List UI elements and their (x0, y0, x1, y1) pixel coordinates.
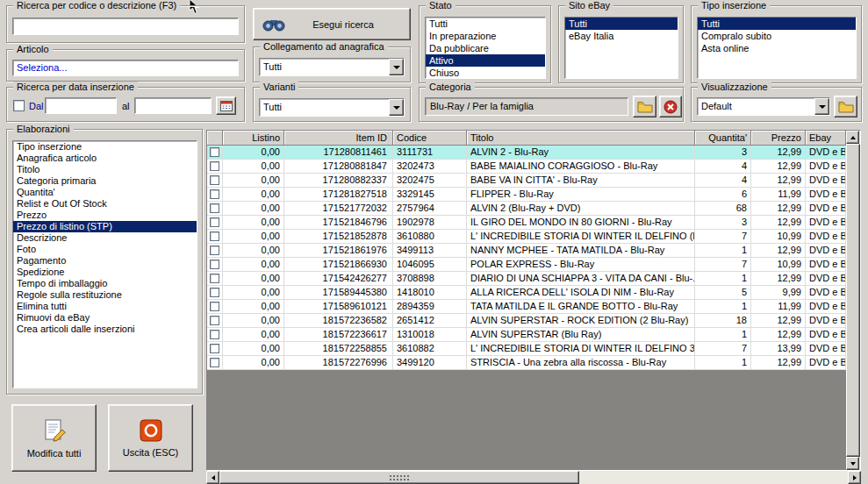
elaborazioni-option[interactable]: Regole sulla restituzione (13, 289, 197, 301)
column-header-select[interactable] (207, 131, 223, 146)
elaborazioni-option[interactable]: Descrizione (13, 232, 197, 244)
table-row[interactable]: 0,001715894453801418010ALLA RICERCA DELL… (207, 286, 846, 300)
stato-option[interactable]: In preparazione (426, 30, 545, 42)
elaborazioni-option[interactable]: Prezzo di listino (STP) (13, 221, 197, 232)
row-checkbox[interactable] (210, 189, 219, 199)
elaborazioni-option[interactable]: Tempo di imballaggio (13, 278, 197, 289)
row-checkbox[interactable] (210, 260, 219, 269)
stato-option[interactable]: Tutti (426, 18, 545, 30)
calendar-button[interactable] (216, 96, 236, 115)
chevron-down-icon[interactable] (389, 59, 404, 75)
row-checkbox[interactable] (210, 358, 219, 367)
elaborazioni-option[interactable]: Quantita' (13, 187, 197, 198)
row-checkbox[interactable] (210, 217, 219, 227)
row-checkbox[interactable] (210, 203, 219, 213)
tipo-inserzione-listbox[interactable]: TuttiCompralo subitoAsta online (697, 17, 857, 79)
categoria-field[interactable]: Blu-Ray / Per la famiglia (425, 97, 628, 116)
table-row[interactable]: 0,001715218528783610880L' INCREDIBILE ST… (207, 230, 846, 244)
categoria-browse-button[interactable] (633, 96, 656, 117)
elaborazioni-option[interactable]: Rimuovi da eBay (13, 312, 197, 324)
vertical-scrollbar[interactable] (846, 131, 860, 470)
row-checkbox[interactable] (210, 344, 219, 353)
stato-listbox[interactable]: TuttiIn preparazioneDa pubblicareAttivoC… (425, 17, 546, 79)
collegamento-combobox[interactable]: Tutti (259, 58, 405, 76)
stato-option[interactable]: Da pubblicare (426, 42, 545, 54)
table-row[interactable]: 0,001815722365822651412ALVIN SUPERSTAR -… (207, 314, 846, 328)
elaborazioni-option[interactable]: Elimina tutti (13, 301, 197, 312)
row-checkbox[interactable] (210, 316, 219, 325)
table-row[interactable]: 0,001815722769963499120STRISCIA - Una ze… (207, 356, 846, 370)
column-header-prezzo[interactable]: Prezzo (751, 131, 806, 146)
row-checkbox[interactable] (210, 175, 219, 185)
elaborazioni-option[interactable]: Tipo inserzione (13, 141, 197, 153)
tipo-inserzione-option[interactable]: Compralo subito (698, 30, 856, 42)
dal-checkbox[interactable] (13, 100, 25, 111)
tipo-inserzione-option[interactable]: Asta online (698, 42, 856, 54)
table-row[interactable]: 0,001712808818473202473BABE MAIALINO COR… (207, 160, 846, 174)
elaborazioni-option[interactable]: Crea articoli dalle inserzioni (13, 324, 197, 335)
elaborazioni-option[interactable]: Prezzo (13, 210, 197, 221)
table-row[interactable]: 0,001715218619763499113NANNY MCPHEE - TA… (207, 244, 846, 258)
sito-ebay-listbox[interactable]: TuttieBay Italia (564, 17, 678, 79)
table-row[interactable]: 0,001712818275183329145FLIPPER - Blu-Ray… (207, 188, 846, 202)
visualizzazione-browse-button[interactable] (834, 96, 857, 117)
elaborazioni-option[interactable]: Categoria primaria (13, 175, 197, 187)
column-header-quantita-[interactable]: Quantita' (695, 131, 751, 146)
chevron-down-icon[interactable] (814, 98, 829, 115)
column-header-titolo[interactable]: Titolo (467, 131, 695, 146)
table-row[interactable]: 0,001715424262773708898DIARIO DI UNA SCH… (207, 272, 846, 286)
table-row[interactable]: 0,001815722366171310018ALVIN SUPERSTAR (… (207, 328, 846, 342)
table-row[interactable]: 0,001715218467961902978IL GIRO DEL MONDO… (207, 216, 846, 230)
scroll-down-button[interactable] (846, 457, 859, 470)
row-checkbox[interactable] (210, 288, 219, 297)
row-checkbox[interactable] (210, 147, 219, 157)
row-checkbox[interactable] (210, 274, 219, 283)
uscita-button[interactable]: Uscita (ESC) (108, 404, 193, 472)
stato-option[interactable]: Chiuso (426, 67, 545, 79)
elaborazioni-option[interactable]: Spedizione (13, 267, 197, 278)
table-row[interactable]: 0,001712808823373202475BABE VA IN CITTA'… (207, 174, 846, 188)
cell-prezzo: 10,99 (751, 230, 806, 244)
horizontal-scrollbar[interactable] (206, 471, 861, 484)
column-header-codice[interactable]: Codice (393, 131, 467, 146)
horizontal-scroll-thumb[interactable] (219, 471, 579, 484)
scroll-right-button[interactable] (848, 471, 861, 484)
stato-option[interactable]: Attivo (426, 54, 545, 67)
date-from-input[interactable] (45, 97, 117, 114)
varianti-combobox[interactable]: Tutti (259, 98, 405, 117)
row-checkbox[interactable] (210, 302, 219, 311)
table-row[interactable]: 0,001712808114613111731ALVIN 2 - Blu-Ray… (207, 146, 846, 160)
table-row[interactable]: 0,001715218669301046095POLAR EXPRESS - B… (207, 258, 846, 272)
vertical-scroll-thumb[interactable] (846, 144, 860, 457)
row-checkbox[interactable] (210, 246, 219, 255)
horizontal-scroll-track[interactable] (579, 471, 848, 484)
date-to-input[interactable] (134, 97, 212, 114)
chevron-down-icon[interactable] (389, 99, 404, 116)
search-input[interactable] (12, 18, 239, 35)
row-checkbox[interactable] (210, 330, 219, 339)
elaborazioni-option[interactable]: Anagrafica articolo (13, 153, 197, 164)
scroll-left-button[interactable] (206, 471, 219, 484)
table-row[interactable]: 0,001815722588553610882L' INCREDIBILE ST… (207, 342, 846, 356)
elaborazioni-option[interactable]: Titolo (13, 164, 197, 175)
elaborazioni-option[interactable]: Foto (13, 244, 197, 255)
sito-ebay-option[interactable]: eBay Italia (565, 30, 678, 42)
modifica-tutti-button[interactable]: Modifica tutti (11, 404, 97, 472)
elaborazioni-option[interactable]: Relist e Out Of Stock (13, 198, 197, 210)
table-row[interactable]: 0,001715896101212894359TATA MATILDA E IL… (207, 300, 846, 314)
table-row[interactable]: 0,001715217720322757964ALVIN 2 (Blu-Ray … (207, 202, 846, 216)
articolo-selector-field[interactable]: Seleziona... (12, 60, 239, 76)
column-header-item-id[interactable]: Item ID (284, 131, 393, 146)
row-checkbox[interactable] (210, 161, 219, 171)
tipo-inserzione-option[interactable]: Tutti (698, 18, 856, 30)
column-header-ebay[interactable]: Ebay (806, 131, 846, 146)
column-header-listino[interactable]: Listino (223, 131, 284, 146)
categoria-clear-button[interactable] (659, 96, 682, 117)
elaborazioni-listbox[interactable]: Tipo inserzioneAnagrafica articoloTitolo… (12, 140, 197, 388)
sito-ebay-option[interactable]: Tutti (565, 18, 678, 30)
row-checkbox[interactable] (210, 231, 219, 241)
visualizzazione-combobox[interactable]: Default (697, 97, 830, 116)
scroll-up-button[interactable] (846, 131, 859, 144)
esegui-ricerca-button[interactable]: Esegui ricerca (253, 8, 411, 40)
elaborazioni-option[interactable]: Pagamento (13, 255, 197, 267)
